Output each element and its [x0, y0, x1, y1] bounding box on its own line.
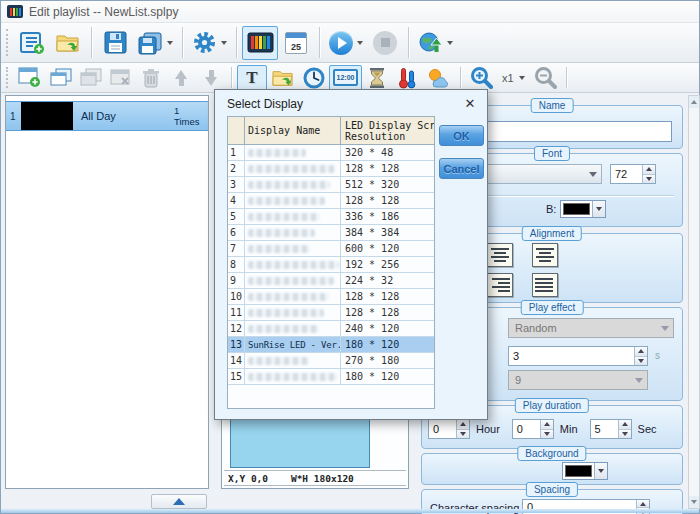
redacted-display-name — [248, 277, 334, 285]
redacted-display-name — [248, 309, 324, 317]
spinner-up-icon[interactable] — [637, 500, 649, 508]
settings-button[interactable] — [188, 26, 231, 60]
move-up-button[interactable] — [166, 65, 196, 91]
display-row[interactable]: 9224 * 32 — [228, 273, 434, 289]
display-row[interactable]: 13SunRise LED - Ver...180 * 120 — [228, 337, 434, 353]
display-row[interactable]: 10128 * 128 — [228, 289, 434, 305]
cancel-button[interactable]: Cancel — [439, 158, 484, 179]
display-row[interactable]: 3512 * 320 — [228, 177, 434, 193]
move-down-button[interactable] — [196, 65, 226, 91]
timer-button[interactable] — [362, 65, 392, 91]
zoom-out-button[interactable] — [530, 65, 561, 91]
display-row[interactable]: 15180 * 120 — [228, 369, 434, 385]
align-justify-button[interactable] — [532, 273, 558, 297]
zoom-level-caret[interactable] — [519, 76, 525, 80]
display-row[interactable]: 5336 * 186 — [228, 209, 434, 225]
spinner-up-icon[interactable] — [635, 347, 647, 357]
program-schedule: All Day — [73, 110, 174, 122]
chevron-down-icon — [596, 207, 602, 211]
align-center-button[interactable] — [487, 243, 513, 267]
new-playlist-button[interactable] — [14, 26, 50, 60]
open-file-button[interactable] — [50, 26, 86, 60]
redacted-display-name — [248, 229, 315, 237]
effect-time-unit: s — [655, 350, 660, 361]
align-bottom-button[interactable] — [487, 273, 513, 297]
display-table: Display Name LED Display Screen Resoluti… — [227, 116, 435, 409]
background-color-dropdown[interactable] — [562, 462, 608, 480]
open-folder-icon — [55, 32, 81, 54]
hour-spinner[interactable]: 0 — [428, 419, 470, 439]
playlist-row[interactable]: 1 All Day 1 Times — [6, 101, 208, 131]
media-button[interactable] — [267, 65, 299, 91]
spinner-down-icon[interactable] — [619, 430, 631, 439]
trash-button[interactable] — [136, 65, 166, 91]
font-color-dropdown[interactable] — [560, 200, 606, 218]
name-group-label: Name — [531, 98, 574, 113]
copy-icon — [50, 68, 72, 88]
effect-speed-select[interactable]: 9 — [508, 370, 648, 390]
spinner-up-icon[interactable] — [457, 420, 469, 430]
play-icon — [329, 31, 353, 55]
spinner-down-icon[interactable] — [457, 430, 469, 439]
media-folder-icon — [271, 68, 295, 88]
analog-clock-button[interactable] — [299, 65, 329, 91]
digital-clock-button[interactable]: 12:00 — [329, 65, 362, 91]
display-row[interactable]: 2128 * 128 — [228, 161, 434, 177]
display-row[interactable]: 12240 * 120 — [228, 321, 434, 337]
display-row[interactable]: 1320 * 48 — [228, 145, 434, 161]
save-as-icon — [137, 31, 163, 55]
delete-program-button[interactable] — [106, 65, 136, 91]
weather-button[interactable] — [422, 65, 455, 91]
copy-program-button[interactable] — [46, 65, 76, 91]
save-as-dropdown-caret[interactable] — [167, 41, 173, 45]
toolbar-separator — [460, 67, 461, 88]
display-row[interactable]: 14270 * 180 — [228, 353, 434, 369]
schedule-calendar-button[interactable]: 25 — [278, 26, 314, 60]
toolbar-separator — [319, 27, 320, 58]
temperature-button[interactable] — [392, 65, 422, 91]
spinner-up-icon[interactable] — [643, 165, 655, 175]
zoom-in-button[interactable] — [466, 65, 497, 91]
spinner-down-icon[interactable] — [541, 430, 553, 439]
align-middle-button[interactable] — [532, 243, 558, 267]
effect-select[interactable]: Random — [508, 318, 674, 338]
font-size-spinner[interactable]: 72 — [610, 164, 656, 184]
spinner-up-icon[interactable] — [541, 420, 553, 430]
color-dropdown-caret[interactable] — [594, 463, 607, 479]
collapse-panel-button[interactable] — [151, 494, 207, 509]
stop-button[interactable] — [367, 26, 403, 60]
redacted-display-name — [248, 149, 306, 157]
dialog-close-button[interactable]: ✕ — [461, 94, 479, 112]
zoom-level-dropdown[interactable]: x1 — [497, 70, 530, 86]
play-button[interactable] — [325, 26, 367, 60]
spinner-down-icon[interactable] — [643, 175, 655, 184]
select-display-button[interactable] — [242, 26, 278, 60]
display-row[interactable]: 6384 * 384 — [228, 225, 434, 241]
toolbar-separator — [91, 27, 92, 58]
redacted-display-name — [248, 165, 335, 173]
ok-button[interactable]: OK — [439, 125, 484, 146]
paste-program-button[interactable] — [76, 65, 106, 91]
spinner-up-icon[interactable] — [619, 420, 631, 430]
save-as-button[interactable] — [133, 26, 177, 60]
display-row[interactable]: 7600 * 120 — [228, 241, 434, 257]
minute-spinner[interactable]: 0 — [512, 419, 554, 439]
publish-dropdown-caret[interactable] — [447, 41, 453, 45]
scroll-down-button[interactable] — [689, 496, 699, 508]
settings-dropdown-caret[interactable] — [221, 41, 227, 45]
spinner-down-icon[interactable] — [635, 357, 647, 366]
effect-time-spinner[interactable]: 3 — [508, 346, 648, 366]
display-row[interactable]: 4128 * 128 — [228, 193, 434, 209]
publish-button[interactable] — [414, 26, 457, 60]
save-button[interactable] — [97, 26, 133, 60]
properties-scrollbar[interactable] — [688, 95, 700, 509]
color-dropdown-caret[interactable] — [592, 201, 605, 217]
scroll-up-button[interactable] — [689, 96, 699, 108]
display-row[interactable]: 11128 * 128 — [228, 305, 434, 321]
background-group-label: Background — [517, 446, 586, 461]
text-tool-button[interactable]: T — [237, 65, 267, 91]
second-spinner[interactable]: 5 — [590, 419, 632, 439]
display-row[interactable]: 8192 * 256 — [228, 257, 434, 273]
play-dropdown-caret[interactable] — [357, 41, 363, 45]
add-program-button[interactable] — [14, 65, 46, 91]
